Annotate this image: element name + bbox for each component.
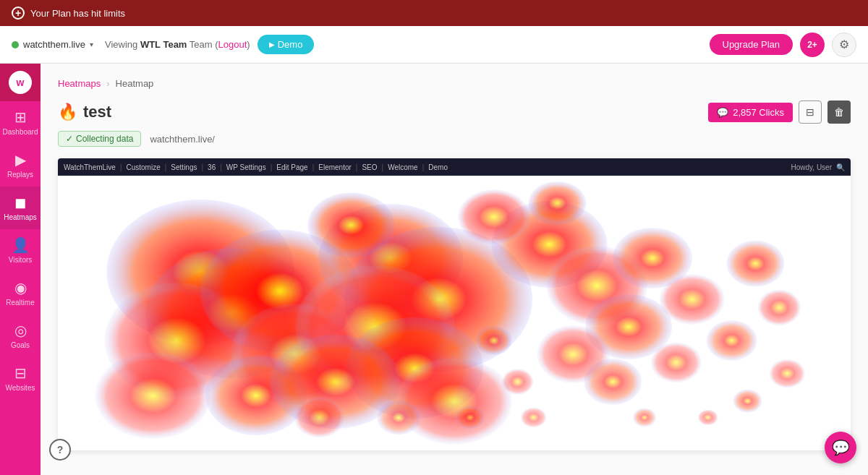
clicks-chat-icon: 💬 <box>717 107 728 118</box>
svg-point-19 <box>660 274 725 325</box>
sidebar-label-replays: Replays <box>7 171 33 179</box>
sidebar-item-realtime[interactable]: ◉ Realtime <box>0 272 41 314</box>
toolbar-item-1: Customize <box>126 163 160 171</box>
goals-icon: ◎ <box>14 322 27 339</box>
breadcrumb-separator: › <box>106 78 109 89</box>
help-button[interactable]: ? <box>49 439 71 461</box>
main-layout: w ⊞ Dashboard ▶ Replays ◼ Heatmaps 👤 Vis… <box>0 64 868 475</box>
site-selector[interactable]: watchthem.live ▾ <box>12 39 93 50</box>
logo: w <box>9 71 32 94</box>
visitors-icon: 👤 <box>12 236 30 254</box>
sidebar-item-heatmaps[interactable]: ◼ Heatmaps <box>0 187 41 229</box>
site-name: watchthem.live <box>23 39 85 50</box>
svg-point-27 <box>476 326 512 355</box>
sidebar-label-websites: Websites <box>6 384 35 393</box>
clicks-count: 2,857 Clicks <box>733 107 784 118</box>
logout-link[interactable]: Logout <box>218 39 247 50</box>
svg-point-12 <box>396 358 512 445</box>
sidebar-label-visitors: Visitors <box>9 256 33 265</box>
view-toggle-list-button[interactable]: ⊟ <box>799 100 822 124</box>
toolbar-item-6: Elementor <box>318 163 352 171</box>
header: watchthem.live ▾ Viewing WTL Team Team (… <box>0 26 868 64</box>
svg-point-28 <box>502 369 534 395</box>
dashboard-icon: ⊞ <box>14 108 27 126</box>
svg-point-22 <box>726 241 784 287</box>
site-url: watchthem.live/ <box>150 134 215 145</box>
banner-text: Your Plan has hit limits <box>30 8 125 19</box>
upgrade-button[interactable]: Upgrade Plan <box>710 34 793 55</box>
sidebar-label-heatmaps: Heatmaps <box>4 213 37 222</box>
toolbar-search-icon: 🔍 <box>836 163 845 171</box>
svg-point-24 <box>707 320 757 361</box>
sidebar-item-websites[interactable]: ⊟ Websites <box>0 357 41 400</box>
realtime-icon: ◉ <box>14 279 27 296</box>
settings-button[interactable]: ⚙ <box>832 33 856 57</box>
chevron-down-icon: ▾ <box>90 40 93 48</box>
heatmaps-icon: ◼ <box>14 194 27 211</box>
svg-point-32 <box>698 409 718 425</box>
sidebar-item-dashboard[interactable]: ⊞ Dashboard <box>0 101 41 144</box>
sidebar-logo: w <box>0 64 41 101</box>
page-title-row: 🔥 test 💬 2,857 Clicks ⊟ 🗑 <box>58 100 851 124</box>
title-actions: 💬 2,857 Clicks ⊟ 🗑 <box>708 100 851 124</box>
svg-point-6 <box>95 352 211 439</box>
toolbar-item-0: WatchThemLive <box>64 163 116 171</box>
toolbar-item-2: Settings <box>171 163 197 171</box>
plus-icon: + <box>12 7 25 20</box>
heatmap-image-area <box>58 176 851 450</box>
page-title-text: test <box>83 103 111 121</box>
top-banner: + Your Plan has hit limits <box>0 0 868 26</box>
toolbar-user: Howdy, User <box>791 163 833 171</box>
replays-icon: ▶ <box>15 151 26 168</box>
svg-point-30 <box>521 407 547 427</box>
svg-point-25 <box>769 359 805 388</box>
svg-point-37 <box>377 400 420 435</box>
websites-icon: ⊟ <box>14 364 27 382</box>
clicks-badge: 💬 2,857 Clicks <box>708 103 793 122</box>
toolbar-item-7: SEO <box>362 163 377 171</box>
toolbar-item-9: Demo <box>428 163 448 171</box>
content-area: Heatmaps › Heatmap 🔥 test 💬 2,857 Clicks… <box>41 64 868 475</box>
svg-point-21 <box>651 342 702 382</box>
svg-point-34 <box>458 189 530 244</box>
sidebar-label-realtime: Realtime <box>6 299 34 307</box>
sidebar-label-goals: Goals <box>11 341 30 350</box>
heatmap-svg <box>58 176 851 450</box>
svg-point-26 <box>733 390 762 413</box>
status-row: Collecting data watchthem.live/ <box>58 131 851 147</box>
heatmap-container: WatchThemLive | Customize | Settings | 3… <box>58 158 851 450</box>
breadcrumb-parent[interactable]: Heatmaps <box>58 78 101 89</box>
svg-point-36 <box>294 397 345 437</box>
breadcrumb: Heatmaps › Heatmap <box>58 78 851 89</box>
toolbar-item-8: Welcome <box>388 163 418 171</box>
sidebar-item-replays[interactable]: ▶ Replays <box>0 144 41 187</box>
heatmap-toolbar: WatchThemLive | Customize | Settings | 3… <box>58 158 851 176</box>
svg-point-29 <box>456 406 485 429</box>
toolbar-item-5: Edit Page <box>276 163 307 171</box>
viewing-text: Viewing WTL Team Team (Logout) <box>105 39 250 50</box>
sidebar-label-dashboard: Dashboard <box>3 128 38 137</box>
svg-point-23 <box>757 289 801 325</box>
demo-button[interactable]: Demo <box>258 35 315 54</box>
sidebar-item-visitors[interactable]: 👤 Visitors <box>0 229 41 272</box>
page-title: 🔥 test <box>58 103 111 121</box>
svg-point-33 <box>308 192 395 257</box>
flame-icon: 🔥 <box>58 103 77 121</box>
header-right: Upgrade Plan 2+ ⚙ <box>710 33 857 57</box>
site-status-dot <box>12 41 19 48</box>
svg-point-20 <box>584 359 642 405</box>
sidebar-item-goals[interactable]: ◎ Goals <box>0 314 41 357</box>
svg-point-31 <box>633 408 656 427</box>
svg-point-35 <box>528 181 586 225</box>
chat-widget[interactable]: 💬 <box>825 432 856 463</box>
collecting-badge: Collecting data <box>58 131 141 147</box>
sidebar: w ⊞ Dashboard ▶ Replays ◼ Heatmaps 👤 Vis… <box>0 64 41 475</box>
avatar-button[interactable]: 2+ <box>800 33 825 57</box>
toolbar-item-3: 36 <box>208 163 216 171</box>
toolbar-item-4: WP Settings <box>226 163 266 171</box>
delete-heatmap-button[interactable]: 🗑 <box>827 100 851 124</box>
breadcrumb-current: Heatmap <box>116 78 154 89</box>
collecting-text: Collecting data <box>76 134 133 144</box>
